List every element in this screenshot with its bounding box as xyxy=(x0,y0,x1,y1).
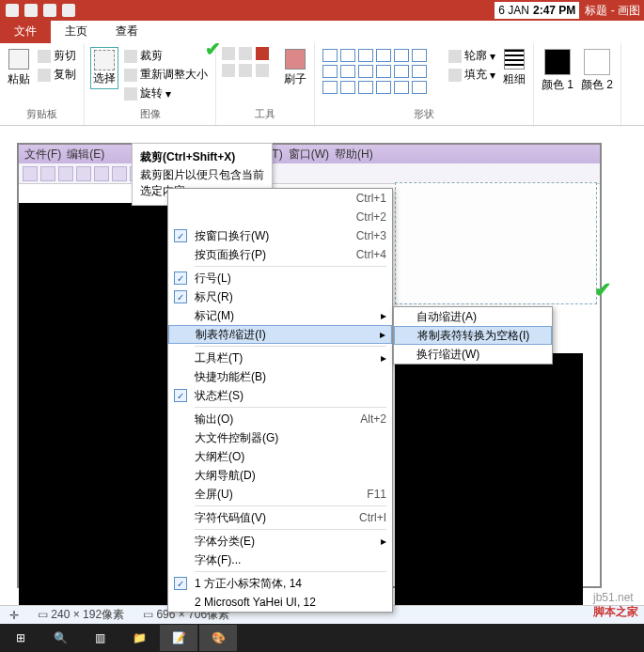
menu-item[interactable]: Ctrl+2 xyxy=(168,208,392,226)
menu-font2[interactable]: 2 Microsoft YaHei UI, 12 xyxy=(168,593,392,612)
sub-wrap-indent[interactable]: 换行缩进(W) xyxy=(394,345,552,364)
ribbon: 粘贴 剪切 复制 剪贴板 选择 裁剪 重新调整大小 旋转 ▾ 图像 ✔ xyxy=(0,43,644,126)
search-button[interactable]: 🔍 xyxy=(41,625,79,651)
editor-menubar[interactable]: 文件(F)编辑(E) (M) 工具(T)窗口(W)帮助(H) xyxy=(19,145,600,163)
check-icon: ✔ xyxy=(594,278,611,303)
crosshair-icon: ✛ xyxy=(9,609,19,622)
window-title: 标题 - 画图 xyxy=(581,3,644,19)
tab-home[interactable]: 主页 xyxy=(51,20,102,43)
cut-button[interactable]: 剪切 xyxy=(36,47,78,65)
clock: 6 JAN2:47 PM xyxy=(495,2,579,19)
bucket-icon[interactable] xyxy=(239,47,252,60)
submenu-tabs: 自动缩进(A) 将制表符转换为空格(I) 换行缩进(W) xyxy=(393,306,553,365)
picker-icon[interactable] xyxy=(239,64,252,77)
brush-button[interactable]: 刷子 xyxy=(282,47,308,89)
explorer-button[interactable]: 📁 xyxy=(120,625,158,651)
pencil-icon[interactable] xyxy=(222,47,235,60)
menu-charcode[interactable]: 字符代码值(V)Ctrl+I xyxy=(168,508,392,527)
menu-fullscreen[interactable]: 全屏(U)F11 xyxy=(168,485,392,504)
menu-ruler[interactable]: ✓标尺(R) xyxy=(168,287,392,306)
menu-bigfile[interactable]: 大文件控制器(G) xyxy=(168,428,392,447)
menu-item[interactable]: Ctrl+1 xyxy=(168,189,392,208)
qat[interactable] xyxy=(0,4,81,17)
tab-file[interactable]: 文件 xyxy=(0,20,51,43)
start-button[interactable]: ⊞ xyxy=(2,625,39,651)
tab-view[interactable]: 查看 xyxy=(102,20,152,43)
menu-linenum[interactable]: ✓行号(L) xyxy=(168,269,392,287)
fill-button[interactable]: 填充 ▾ xyxy=(447,66,497,84)
zoom-icon[interactable] xyxy=(256,64,269,77)
thickness-button[interactable]: 粗细 xyxy=(501,47,527,89)
resize-button[interactable]: 重新调整大小 xyxy=(122,66,210,84)
selection-area[interactable] xyxy=(395,182,597,304)
group-shapes: 轮廓 ▾ 填充 ▾ 粗细 形状 xyxy=(315,43,534,125)
menu-tabs-indent[interactable]: 制表符/缩进(I)▸ xyxy=(168,325,392,344)
crop-button[interactable]: 裁剪 xyxy=(122,47,210,65)
context-menu: Ctrl+1 Ctrl+2 ✓按窗口换行(W)Ctrl+3 按页面换行(P)Ct… xyxy=(167,188,393,613)
editor-toolbar[interactable] xyxy=(19,163,600,184)
sub-auto-indent[interactable]: 自动缩进(A) xyxy=(394,307,552,326)
editor-taskbtn[interactable]: 📝 xyxy=(160,625,197,651)
ribbon-tabs: 文件 主页 查看 xyxy=(0,21,644,43)
menu-statusbar[interactable]: ✓状态栏(S) xyxy=(168,386,392,405)
menu-outlinebar[interactable]: 大纲栏(O) xyxy=(168,447,392,466)
shape-gallery[interactable] xyxy=(321,47,443,96)
menu-toolbar[interactable]: 工具栏(T)▸ xyxy=(168,349,392,367)
copy-button[interactable]: 复制 xyxy=(36,66,78,84)
taskbar[interactable]: ⊞ 🔍 ▥ 📁 📝 🎨 xyxy=(0,624,644,652)
scissors-icon xyxy=(38,50,51,63)
eraser-icon[interactable] xyxy=(222,64,235,77)
text-icon[interactable] xyxy=(256,47,269,60)
menu-font1[interactable]: ✓1 方正小标宋简体, 14 xyxy=(168,574,392,593)
menu-wrap-page[interactable]: 按页面换行(P)Ctrl+4 xyxy=(168,245,392,264)
menu-quickbar[interactable]: 快捷功能栏(B) xyxy=(168,367,392,386)
group-colors: 颜色 1 颜色 2 xyxy=(534,43,621,125)
watermark: jb51.net脚本之家 xyxy=(593,590,638,620)
outline-button[interactable]: 轮廓 ▾ xyxy=(447,47,497,65)
canvas-right xyxy=(395,353,583,607)
paint-taskbtn[interactable]: 🎨 xyxy=(199,625,237,651)
taskview-button[interactable]: ▥ xyxy=(81,625,118,651)
select-button[interactable]: 选择 xyxy=(90,47,118,89)
sub-tabs-to-spaces[interactable]: 将制表符转换为空格(I) xyxy=(394,326,552,345)
canvas-left xyxy=(19,203,169,607)
color1-button[interactable]: 颜色 1 xyxy=(540,47,575,95)
crop-icon xyxy=(124,50,137,63)
menu-output[interactable]: 输出(O)Alt+2 xyxy=(168,410,392,428)
paste-button[interactable]: 粘贴 xyxy=(6,47,32,89)
copy-icon xyxy=(38,69,51,82)
group-tools: 刷子 工具 xyxy=(216,43,315,125)
menu-fontcat[interactable]: 字体分类(E)▸ xyxy=(168,532,392,551)
rotate-button[interactable]: 旋转 ▾ xyxy=(122,85,210,102)
menu-marks[interactable]: 标记(M)▸ xyxy=(168,306,392,325)
group-image: 选择 裁剪 重新调整大小 旋转 ▾ 图像 ✔ xyxy=(85,43,216,125)
title-bar: 6 JAN2:47 PM 标题 - 画图 xyxy=(0,0,644,21)
color2-button[interactable]: 颜色 2 xyxy=(579,47,615,95)
menu-wrap-window[interactable]: ✓按窗口换行(W)Ctrl+3 xyxy=(168,226,392,245)
menu-outlinenav[interactable]: 大纲导航(D) xyxy=(168,466,392,485)
group-clipboard: 粘贴 剪切 复制 剪贴板 xyxy=(0,43,85,125)
resize-icon xyxy=(124,69,137,82)
rotate-icon xyxy=(124,87,137,101)
menu-font[interactable]: 字体(F)... xyxy=(168,551,392,569)
